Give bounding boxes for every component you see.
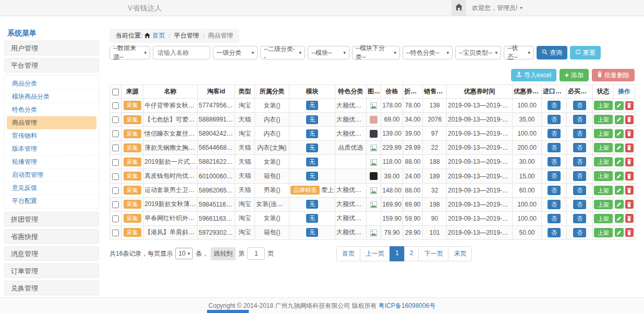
edit-button[interactable] [615, 129, 624, 138]
edit-button[interactable] [615, 214, 624, 223]
sidebar-item[interactable]: 版本管理 [7, 142, 96, 155]
user-menu[interactable]: 欢迎您，管理员! ▾ [472, 0, 523, 16]
must-buy-toggle[interactable]: 否 [573, 157, 586, 166]
sidebar-section[interactable]: 拼团管理 [4, 212, 99, 226]
delete-button[interactable] [625, 115, 634, 124]
delete-button[interactable] [625, 143, 634, 152]
pager-item[interactable]: 下一页 [418, 246, 448, 261]
beian-link[interactable]: 粤ICP备16098006号 [379, 302, 435, 310]
home-nav-button[interactable] [452, 0, 466, 16]
sidebar-item[interactable]: 意见反馈 [7, 182, 96, 195]
must-buy-toggle[interactable]: 否 [573, 214, 586, 223]
delete-button[interactable] [625, 101, 634, 110]
sidebar-item[interactable]: 模块商品分类 [7, 90, 96, 103]
sidebar-section[interactable]: 用户管理 [4, 41, 99, 55]
status-button[interactable]: 上架 [594, 200, 613, 209]
pager-item[interactable]: 2 [404, 246, 419, 261]
row-checkbox[interactable] [112, 215, 119, 222]
delete-button[interactable] [625, 186, 634, 195]
filter-select[interactable]: --二级分类--▾ [260, 46, 305, 59]
sidebar-item[interactable]: 启动页管理 [7, 168, 96, 182]
row-checkbox[interactable] [112, 130, 119, 137]
must-buy-toggle[interactable]: 否 [573, 186, 586, 195]
jump-button[interactable]: 跳转到 [211, 247, 236, 260]
sidebar-section[interactable]: 省惠快报 [4, 229, 99, 244]
edit-button[interactable] [615, 158, 624, 166]
per-page-select[interactable]: 10 ▾ [175, 248, 193, 259]
edit-button[interactable] [615, 200, 624, 209]
query-button[interactable]: 查询 [537, 46, 567, 59]
import-select-toggle[interactable]: 否 [548, 143, 561, 152]
filter-select[interactable]: --特色分类--▾ [403, 46, 453, 59]
pager-item[interactable]: 上一页 [360, 246, 390, 261]
delete-button[interactable] [625, 228, 634, 237]
status-button[interactable]: 上架 [594, 101, 613, 110]
import-select-toggle[interactable]: 否 [548, 228, 561, 237]
status-button[interactable]: 上架 [594, 171, 613, 180]
pager-item[interactable]: 末页 [448, 246, 472, 261]
sidebar-section[interactable]: 订单管理 [4, 263, 99, 278]
page-number-input[interactable] [247, 247, 265, 260]
row-checkbox[interactable] [112, 187, 119, 194]
import-select-toggle[interactable]: 否 [548, 200, 561, 209]
delete-button[interactable] [625, 200, 634, 209]
filter-select[interactable]: --状态--▾ [504, 46, 534, 59]
must-buy-toggle[interactable]: 否 [573, 129, 586, 138]
row-checkbox[interactable] [112, 201, 119, 208]
row-checkbox[interactable] [112, 102, 119, 109]
delete-button[interactable] [625, 129, 634, 138]
add-button[interactable]: + 添加 [560, 69, 589, 81]
status-button[interactable]: 上架 [594, 186, 613, 195]
edit-button[interactable] [615, 115, 624, 124]
row-checkbox[interactable] [112, 159, 119, 166]
reset-button[interactable]: 重置 [570, 46, 601, 59]
sidebar-item[interactable]: 商品管理 [7, 116, 96, 129]
row-checkbox[interactable] [112, 230, 119, 236]
delete-button[interactable] [625, 172, 634, 180]
must-buy-toggle[interactable]: 否 [573, 143, 586, 152]
row-checkbox[interactable] [112, 173, 119, 180]
must-buy-toggle[interactable]: 否 [573, 101, 586, 110]
sidebar-section[interactable]: 平台管理 [4, 58, 99, 73]
filter-select[interactable]: 一级分类▾ [213, 46, 258, 59]
must-buy-toggle[interactable]: 否 [573, 171, 586, 180]
import-select-toggle[interactable]: 否 [548, 214, 561, 223]
edit-button[interactable] [615, 143, 624, 152]
sidebar-item[interactable]: 平台配置 [7, 195, 96, 207]
edit-button[interactable] [615, 172, 624, 180]
import-select-toggle[interactable]: 否 [548, 171, 561, 180]
status-button[interactable]: 上架 [594, 157, 613, 166]
edit-button[interactable] [615, 186, 624, 195]
select-all-checkbox[interactable] [112, 89, 119, 95]
filter-select[interactable]: --宝贝类型--▾ [455, 46, 501, 59]
status-button[interactable]: 上架 [594, 115, 613, 124]
import-select-toggle[interactable]: 否 [548, 157, 561, 166]
status-button[interactable]: 上架 [594, 143, 613, 152]
status-button[interactable]: 上架 [594, 129, 613, 138]
import-excel-button[interactable]: 导入excel [511, 69, 556, 81]
row-checkbox[interactable] [112, 116, 119, 123]
import-select-toggle[interactable]: 否 [548, 115, 561, 124]
pager-item[interactable]: 首页 [336, 246, 360, 261]
edit-button[interactable] [615, 101, 624, 110]
row-checkbox[interactable] [112, 145, 119, 151]
name-search-input[interactable] [153, 46, 210, 59]
filter-select[interactable]: --数据来源--▾ [110, 46, 150, 59]
import-select-toggle[interactable]: 否 [548, 186, 561, 195]
sidebar-item[interactable]: 商品分类 [7, 77, 96, 90]
filter-select[interactable]: --模块--▾ [308, 46, 349, 59]
must-buy-toggle[interactable]: 否 [573, 228, 586, 237]
delete-button[interactable] [625, 214, 634, 223]
delete-button[interactable] [625, 158, 634, 166]
sidebar-item[interactable]: 轮播管理 [7, 155, 96, 168]
sidebar-section[interactable]: 兑换管理 [4, 281, 99, 295]
import-select-toggle[interactable]: 否 [548, 101, 561, 110]
edit-button[interactable] [615, 228, 624, 237]
sidebar-item[interactable]: 特色分类 [7, 103, 96, 116]
sidebar-section[interactable]: 消息管理 [4, 246, 99, 261]
must-buy-toggle[interactable]: 否 [573, 115, 586, 124]
sidebar-item[interactable]: 宣传物料 [7, 129, 96, 142]
filter-select[interactable]: --模块下分类--▾ [352, 46, 400, 59]
breadcrumb-home-link[interactable]: 首页 [152, 31, 165, 40]
batch-delete-button[interactable]: 批量删除 [592, 69, 635, 81]
